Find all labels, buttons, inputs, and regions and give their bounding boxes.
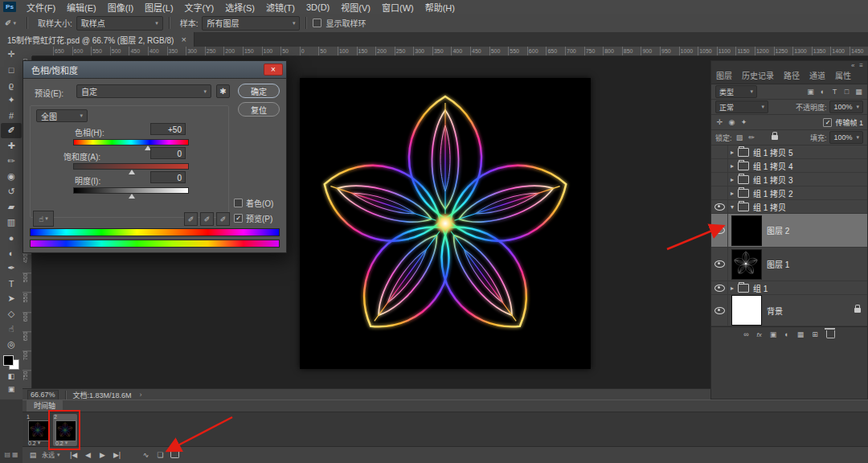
type-tool[interactable]: T xyxy=(1,276,22,291)
pen-tool[interactable]: ✒ xyxy=(1,260,22,276)
panel-tab[interactable]: 图层 xyxy=(711,68,737,84)
frame-delay[interactable]: 0.2 ▾ xyxy=(55,440,68,446)
sample-size-dropdown[interactable]: 取样点 ▾ xyxy=(76,16,163,31)
frame-thumbnail[interactable] xyxy=(28,420,49,441)
adjustment-layer-icon[interactable]: ◐ xyxy=(784,330,788,338)
menu-item[interactable]: 选择(S) xyxy=(219,1,260,14)
sample-dropdown[interactable]: 所有图层 ▾ xyxy=(202,16,300,31)
menu-item[interactable]: 视图(V) xyxy=(335,1,376,14)
panel-tab[interactable]: 历史记录 xyxy=(737,68,779,84)
link-layers-icon[interactable]: ∞ xyxy=(743,330,748,338)
menu-item[interactable]: 滤镜(T) xyxy=(260,1,301,14)
filter-type-dropdown[interactable]: 类型 ▾ xyxy=(715,85,757,98)
status-expand-icon[interactable]: › xyxy=(140,391,142,399)
menu-item[interactable]: 图层(L) xyxy=(139,1,178,14)
show-sample-ring-checkbox[interactable] xyxy=(313,18,321,27)
move-tool[interactable]: ✛ xyxy=(1,47,22,62)
menu-item[interactable]: 文字(Y) xyxy=(179,1,220,14)
crop-tool[interactable]: # xyxy=(1,108,22,123)
unify-position-icon[interactable]: ✛ xyxy=(715,118,724,126)
chevron-right-icon[interactable]: ▸ xyxy=(728,162,736,170)
eyedropper-subtract-button[interactable]: ✐ xyxy=(216,212,230,226)
layer-row-group1[interactable]: ▸ 组 1 xyxy=(711,281,867,295)
visibility-toggle[interactable] xyxy=(711,145,728,158)
loop-options-dropdown[interactable]: 永远 ▾ xyxy=(42,450,60,459)
visibility-toggle[interactable] xyxy=(711,295,728,326)
visibility-toggle[interactable] xyxy=(711,200,728,213)
color-swatches[interactable] xyxy=(3,355,19,370)
document-tab[interactable]: 15制作霓虹灯花.psd @ 66.7% (图层 2, RGB/8) × xyxy=(0,32,194,47)
ok-button[interactable]: 确定 xyxy=(238,84,280,98)
filter-adjustment-icon[interactable]: ◐ xyxy=(818,88,827,96)
colorize-checkbox[interactable] xyxy=(234,199,243,207)
visibility-toggle[interactable] xyxy=(711,248,728,281)
play-button[interactable]: ▶ xyxy=(97,451,108,459)
frame-delay[interactable]: 0.2 ▾ xyxy=(28,440,40,446)
tool-preset-picker[interactable]: ✐ ▾ xyxy=(0,18,21,27)
menu-item[interactable]: 编辑(E) xyxy=(61,1,102,14)
filter-smart-object-icon[interactable]: ▦ xyxy=(854,88,863,96)
layer-thumbnail[interactable] xyxy=(731,215,762,246)
preview-checkbox[interactable]: ✓ xyxy=(234,214,243,223)
history-brush-tool[interactable]: ↺ xyxy=(1,184,22,199)
gradient-tool[interactable]: ▥ xyxy=(1,215,22,230)
visibility-toggle[interactable] xyxy=(711,173,728,186)
layer-row-background[interactable]: 背景 xyxy=(711,295,867,326)
close-icon[interactable]: × xyxy=(181,35,186,44)
frame-thumbnail[interactable] xyxy=(55,420,76,441)
blend-mode-dropdown[interactable]: 正常 ▾ xyxy=(715,100,768,113)
first-frame-button[interactable]: |◀ xyxy=(68,451,80,459)
layer-row-layer2[interactable]: 图层 2 xyxy=(711,214,867,248)
blur-tool[interactable]: ● xyxy=(1,230,22,245)
new-group-icon[interactable]: ▦ xyxy=(797,330,805,338)
clone-stamp-tool[interactable]: ◉ xyxy=(1,169,22,184)
zoom-tool[interactable]: ◎ xyxy=(1,337,22,352)
shape-tool[interactable]: ◇ xyxy=(1,306,22,322)
eyedropper-sample-button[interactable]: ✐ xyxy=(184,212,198,226)
eyedropper-tool[interactable]: ✐ xyxy=(1,123,22,138)
delete-frame-button[interactable] xyxy=(170,450,181,460)
menu-item[interactable]: 窗口(W) xyxy=(376,1,420,14)
visibility-toggle[interactable] xyxy=(711,186,728,199)
lock-all-icon[interactable] xyxy=(772,135,778,140)
layer-thumbnail[interactable] xyxy=(731,249,762,280)
hand-tool[interactable]: ☝ xyxy=(1,322,22,337)
panel-tab[interactable]: 通道 xyxy=(805,68,830,84)
next-frame-button[interactable]: ▶| xyxy=(112,451,123,459)
hue-slider[interactable] xyxy=(73,139,189,145)
layer-thumbnail[interactable] xyxy=(731,295,762,326)
marquee-tool[interactable]: □ xyxy=(1,62,22,77)
delete-layer-icon[interactable] xyxy=(826,330,835,338)
lasso-tool[interactable]: ϱ xyxy=(1,77,22,92)
lock-transparent-icon[interactable]: ▨ xyxy=(735,133,744,141)
visibility-toggle[interactable] xyxy=(711,159,728,172)
channel-dropdown[interactable]: 全图 ▾ xyxy=(36,109,88,122)
canvas[interactable] xyxy=(300,78,591,369)
preset-options-button[interactable]: ✱ xyxy=(216,84,230,98)
menu-item[interactable]: 帮助(H) xyxy=(420,1,461,14)
dialog-title-bar[interactable]: 色相/饱和度 × xyxy=(23,61,286,79)
healing-brush-tool[interactable]: ✚ xyxy=(1,138,22,154)
layer-row-group-copy5[interactable]: ▸ 组 1 拷贝 5 xyxy=(711,145,867,159)
layer-row-group-copy4[interactable]: ▸ 组 1 拷贝 4 xyxy=(711,159,867,173)
timeline-mode-icon[interactable]: ▦ xyxy=(12,451,18,458)
saturation-slider[interactable] xyxy=(73,163,189,170)
filter-shape-icon[interactable]: □ xyxy=(842,88,851,96)
panel-tab[interactable]: 属性 xyxy=(830,68,856,84)
propagate-frame-checkbox[interactable]: ✓ xyxy=(823,118,832,127)
filter-type-icon[interactable]: T xyxy=(830,88,839,96)
animation-frame-1[interactable]: 1 0.2 ▾ xyxy=(26,414,50,446)
unify-visibility-icon[interactable]: ◉ xyxy=(727,118,736,126)
close-button[interactable]: × xyxy=(264,64,283,76)
lightness-value-field[interactable]: 0 xyxy=(150,171,186,183)
layer-style-icon[interactable]: fx xyxy=(757,331,762,338)
previous-frame-button[interactable]: ◀ xyxy=(83,451,94,459)
eyedropper-add-button[interactable]: ✐ xyxy=(200,212,214,226)
opacity-field[interactable]: 100% ▾ xyxy=(829,100,863,113)
quick-selection-tool[interactable]: ✦ xyxy=(1,92,22,108)
visibility-toggle[interactable] xyxy=(711,281,728,294)
screen-mode-button[interactable]: ▣ xyxy=(1,383,22,395)
filter-pixel-icon[interactable]: ▣ xyxy=(806,88,815,96)
brush-tool[interactable]: ✏ xyxy=(1,154,22,169)
menu-item[interactable]: 图像(I) xyxy=(102,1,139,14)
